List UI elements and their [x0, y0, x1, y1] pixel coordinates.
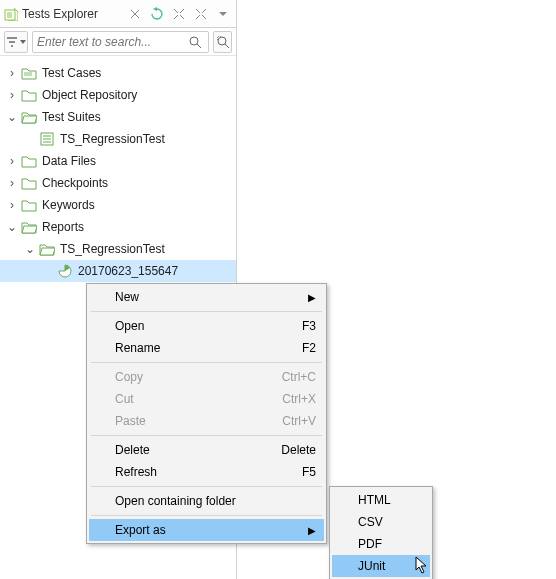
panel-title: Tests Explorer [18, 7, 126, 21]
folder-icon [20, 197, 38, 213]
menu-item-label: Export as [115, 523, 166, 537]
submenu-item-junit[interactable]: JUnit [332, 555, 430, 577]
folder-icon [20, 65, 38, 81]
submenu-item-csv[interactable]: CSV [332, 511, 430, 533]
tree-item-label: Object Repository [38, 88, 137, 102]
menu-shortcut: F3 [286, 319, 316, 333]
menu-item-rename[interactable]: RenameF2 [89, 337, 324, 359]
chevron-right-icon[interactable]: › [4, 176, 20, 190]
menu-separator [91, 362, 322, 363]
advanced-search-button[interactable] [213, 31, 232, 53]
search-toolbar [0, 28, 236, 56]
search-box[interactable] [32, 31, 209, 53]
tree-item-ts-regressiontest-suite[interactable]: TS_RegressionTest [0, 128, 236, 150]
report-icon [56, 263, 74, 279]
folder-open-icon [20, 219, 38, 235]
tree-item-label: Reports [38, 220, 84, 234]
menu-item-label: CSV [358, 515, 383, 529]
menu-item-open-containing-folder[interactable]: Open containing folder [89, 490, 324, 512]
submenu-item-html[interactable]: HTML [332, 489, 430, 511]
context-menu: New▶ OpenF3 RenameF2 CopyCtrl+C CutCtrl+… [86, 283, 327, 544]
collapse-all-icon[interactable] [170, 5, 188, 23]
menu-item-copy: CopyCtrl+C [89, 366, 324, 388]
menu-item-export-as[interactable]: Export as▶ [89, 519, 324, 541]
folder-icon [20, 87, 38, 103]
refresh-icon[interactable] [148, 5, 166, 23]
menu-item-label: Open containing folder [115, 494, 236, 508]
tree-item-label: Data Files [38, 154, 96, 168]
tree-item-label: Test Suites [38, 110, 101, 124]
menu-item-label: PDF [358, 537, 382, 551]
folder-icon [20, 153, 38, 169]
menu-shortcut: Ctrl+X [266, 392, 316, 406]
expand-all-icon[interactable] [192, 5, 210, 23]
folder-open-icon [20, 109, 38, 125]
menu-shortcut: F2 [286, 341, 316, 355]
submenu-item-pdf[interactable]: PDF [332, 533, 430, 555]
tree-item-test-suites[interactable]: ⌄ Test Suites [0, 106, 236, 128]
menu-shortcut: Ctrl+C [266, 370, 316, 384]
submenu-arrow-icon: ▶ [300, 292, 316, 303]
folder-icon [20, 175, 38, 191]
menu-item-label: Open [115, 319, 144, 333]
search-icon[interactable] [188, 35, 204, 49]
tree-item-checkpoints[interactable]: › Checkpoints [0, 172, 236, 194]
menu-item-refresh[interactable]: RefreshF5 [89, 461, 324, 483]
menu-shortcut: Ctrl+V [266, 414, 316, 428]
tree-item-label: Test Cases [38, 66, 101, 80]
view-menu-icon[interactable] [214, 5, 232, 23]
menu-item-cut: CutCtrl+X [89, 388, 324, 410]
menu-separator [91, 486, 322, 487]
menu-separator [91, 515, 322, 516]
chevron-down-icon[interactable]: ⌄ [22, 242, 38, 256]
menu-item-label: Copy [115, 370, 143, 384]
menu-item-label: New [115, 290, 139, 304]
tree-item-label: TS_RegressionTest [56, 132, 165, 146]
menu-item-open[interactable]: OpenF3 [89, 315, 324, 337]
chevron-right-icon[interactable]: › [4, 88, 20, 102]
svg-point-1 [190, 37, 198, 45]
chevron-right-icon[interactable]: › [4, 198, 20, 212]
tree-item-test-cases[interactable]: › Test Cases [0, 62, 236, 84]
tree-item-label: Keywords [38, 198, 95, 212]
tree-item-ts-regressiontest-report[interactable]: ⌄ TS_RegressionTest [0, 238, 236, 260]
menu-shortcut: F5 [286, 465, 316, 479]
menu-item-label: JUnit [358, 559, 385, 573]
tree-item-label: TS_RegressionTest [56, 242, 165, 256]
menu-item-label: Rename [115, 341, 160, 355]
tree-item-keywords[interactable]: › Keywords [0, 194, 236, 216]
menu-item-label: Refresh [115, 465, 157, 479]
menu-shortcut: Delete [265, 443, 316, 457]
search-input[interactable] [37, 35, 188, 49]
panel-titlebar: Tests Explorer [0, 0, 236, 28]
menu-item-delete[interactable]: DeleteDelete [89, 439, 324, 461]
export-submenu: HTML CSV PDF JUnit [329, 486, 433, 579]
folder-open-icon [38, 241, 56, 257]
menu-item-new[interactable]: New▶ [89, 286, 324, 308]
filter-button[interactable] [4, 31, 28, 53]
submenu-arrow-icon: ▶ [300, 525, 316, 536]
tree-item-reports[interactable]: ⌄ Reports [0, 216, 236, 238]
chevron-right-icon[interactable]: › [4, 154, 20, 168]
tree-item-data-files[interactable]: › Data Files [0, 150, 236, 172]
menu-item-label: Delete [115, 443, 150, 457]
link-with-editor-icon[interactable] [126, 5, 144, 23]
chevron-down-icon[interactable]: ⌄ [4, 220, 20, 234]
tree-item-label: Checkpoints [38, 176, 108, 190]
testsuite-icon [38, 131, 56, 147]
tree-item-object-repository[interactable]: › Object Repository [0, 84, 236, 106]
chevron-right-icon[interactable]: › [4, 66, 20, 80]
menu-separator [91, 311, 322, 312]
chevron-down-icon[interactable]: ⌄ [4, 110, 20, 124]
tree-item-label: 20170623_155647 [74, 264, 178, 278]
menu-item-label: Cut [115, 392, 134, 406]
menu-item-label: Paste [115, 414, 146, 428]
menu-item-label: HTML [358, 493, 391, 507]
tree-item-report-entry[interactable]: 20170623_155647 [0, 260, 236, 282]
menu-item-paste: PasteCtrl+V [89, 410, 324, 432]
menu-separator [91, 435, 322, 436]
app-icon [4, 7, 18, 21]
